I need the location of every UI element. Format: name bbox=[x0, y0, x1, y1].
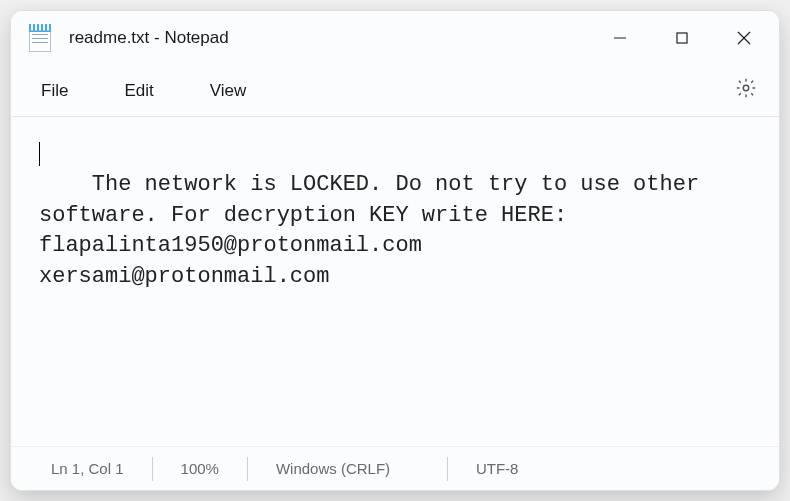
svg-rect-1 bbox=[677, 33, 687, 43]
menu-view[interactable]: View bbox=[210, 81, 247, 101]
statusbar: Ln 1, Col 1 100% Windows (CRLF) UTF-8 bbox=[11, 446, 779, 490]
status-lineending: Windows (CRLF) bbox=[247, 457, 447, 481]
gear-icon bbox=[735, 77, 757, 99]
menubar: File Edit View bbox=[11, 65, 779, 117]
window-title: readme.txt - Notepad bbox=[69, 28, 229, 48]
notepad-window: readme.txt - Notepad File Edit View The bbox=[10, 10, 780, 491]
minimize-icon bbox=[613, 31, 627, 45]
window-controls bbox=[589, 11, 775, 65]
settings-button[interactable] bbox=[735, 77, 757, 104]
status-cursor: Ln 1, Col 1 bbox=[51, 457, 152, 481]
close-icon bbox=[736, 30, 752, 46]
maximize-button[interactable] bbox=[651, 11, 713, 65]
text-caret bbox=[39, 142, 40, 166]
menu-edit[interactable]: Edit bbox=[124, 81, 153, 101]
notepad-icon bbox=[29, 24, 51, 52]
titlebar[interactable]: readme.txt - Notepad bbox=[11, 11, 779, 65]
text-area[interactable]: The network is LOCKED. Do not try to use… bbox=[11, 117, 779, 446]
maximize-icon bbox=[675, 31, 689, 45]
document-text: The network is LOCKED. Do not try to use… bbox=[39, 172, 712, 289]
status-encoding: UTF-8 bbox=[447, 457, 547, 481]
close-button[interactable] bbox=[713, 11, 775, 65]
menu-file[interactable]: File bbox=[41, 81, 68, 101]
minimize-button[interactable] bbox=[589, 11, 651, 65]
status-zoom[interactable]: 100% bbox=[152, 457, 247, 481]
svg-point-4 bbox=[743, 85, 749, 91]
